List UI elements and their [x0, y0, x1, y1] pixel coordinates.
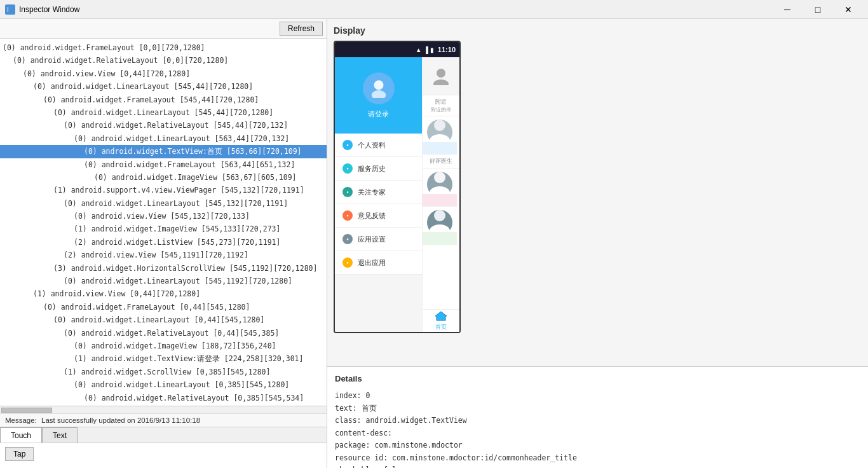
status-icons: ▲ ▐ ▮ 11:10 [416, 46, 456, 53]
tree-header: Refresh [0, 19, 327, 39]
tree-item[interactable]: (0) android.widget.LinearLayout [0,385][… [0, 378, 327, 391]
tree-item[interactable]: (0) android.view.View [545,132][720,133] [0, 210, 327, 223]
menu-item[interactable]: ●服务历史 [335, 157, 422, 181]
person-icon [369, 79, 388, 98]
svg-point-3 [371, 90, 386, 98]
right-panel: Display ▲ ▐ ▮ 11:10 [327, 19, 868, 468]
tree-item[interactable]: (0) android.widget.RelativeLayout [0,0][… [0, 54, 327, 67]
menu-icon: ● [342, 140, 353, 150]
tree-item[interactable]: (0) android.widget.LinearLayout [0,44][5… [0, 313, 327, 326]
menu-item-label: 关注专家 [358, 188, 386, 197]
horizontal-scrollbar[interactable] [0, 406, 327, 413]
svg-point-11 [434, 172, 445, 183]
details-title: Details [335, 372, 860, 386]
menu-items-container: ●个人资料●服务历史●关注专家●意见反馈●应用设置●退出应用 [335, 134, 422, 275]
display-section: Display ▲ ▐ ▮ 11:10 [327, 19, 868, 366]
h-scroll-thumb[interactable] [1, 408, 52, 413]
app-icon: I [5, 4, 15, 15]
tree-item[interactable]: (0) android.widget.RelativeLayout [545,4… [0, 119, 327, 132]
menu-icon: ● [342, 234, 353, 244]
details-section: Details index: 0text: 首页class: android.w… [327, 366, 868, 468]
refresh-button[interactable]: Refresh [280, 22, 323, 36]
menu-item-label: 服务历史 [358, 164, 386, 174]
text-tab[interactable]: Text [42, 427, 78, 443]
menu-item[interactable]: ●个人资料 [335, 134, 422, 157]
detail-key: class: [335, 416, 365, 425]
tree-item[interactable]: (0) android.widget.LinearLayout [545,44]… [0, 106, 327, 119]
details-fields: index: 0text: 首页class: android.widget.Te… [335, 390, 860, 468]
tap-area: Tap [0, 443, 327, 468]
tree-item[interactable]: (0) android.widget.LinearLayout [545,119… [0, 275, 327, 287]
phone-screen: ▲ ▐ ▮ 11:10 [334, 41, 461, 333]
menu-item[interactable]: ●意见反馈 [335, 204, 422, 228]
menu-item[interactable]: ●关注专家 [335, 181, 422, 204]
phone-content: 请登录 ●个人资料●服务历史●关注专家●意见反馈●应用设置●退出应用 [335, 57, 459, 332]
touch-tab[interactable]: Touch [0, 427, 42, 443]
doctor-thumbnail-3 [423, 207, 457, 245]
tree-item[interactable]: (0) android.widget.RelativeLayout [0,385… [0, 392, 327, 404]
battery-icon: ▮ [430, 46, 434, 53]
window-controls: ─ □ ✕ [773, 0, 863, 19]
home-label: 首页 [435, 323, 447, 331]
tree-item[interactable]: (1) android.support.v4.view.ViewPager [5… [0, 184, 327, 196]
doctor-thumbnail-1 [423, 116, 457, 155]
menu-icon: ● [342, 210, 353, 221]
menu-item[interactable]: ●应用设置 [335, 228, 422, 251]
detail-field: text: 首页 [335, 403, 860, 415]
tree-item[interactable]: (0) android.view.View [0,44][720,1280] [0, 67, 327, 80]
home-icon [435, 311, 447, 321]
tree-item[interactable]: (3) android.widget.HorizontalScrollView … [0, 262, 327, 275]
tree-item[interactable]: (0) android.widget.FrameLayout [563,44][… [0, 158, 327, 171]
tree-item[interactable]: (0) android.widget.ImageView [563,67][60… [0, 171, 327, 184]
tree-item[interactable]: (1) android.widget.TextView:请登录 [224,258… [0, 352, 327, 365]
detail-value: 0 [365, 391, 370, 400]
tree-item[interactable]: (0) android.widget.RelativeLayout [0,44]… [0, 327, 327, 340]
tree-item[interactable]: (0) android.widget.FrameLayout [0,44][54… [0, 301, 327, 313]
time-display: 11:10 [438, 46, 456, 53]
doctor-photo-3 [423, 207, 457, 245]
detail-key: index: [335, 391, 365, 400]
tree-item[interactable]: (0) android.widget.LinearLayout [545,44]… [0, 80, 327, 93]
sidebar-top [423, 57, 459, 95]
svg-point-7 [434, 120, 445, 131]
tree-item[interactable]: (0) android.widget.FrameLayout [0,0][720… [0, 41, 327, 54]
detail-field: index: 0 [335, 390, 860, 403]
tree-item[interactable]: (0) android.widget.FrameLayout [545,44][… [0, 93, 327, 106]
wifi-icon: ▲ [416, 46, 422, 53]
menu-item-label: 应用设置 [358, 235, 386, 244]
phone-status-bar: ▲ ▐ ▮ 11:10 [335, 42, 459, 57]
message-text: Last successfully updated on 2016/9/13 1… [41, 416, 200, 424]
tree-item[interactable]: (1) android.widget.ImageView [545,133][7… [0, 223, 327, 235]
tree-item[interactable]: (0) android.widget.LinearLayout [545,132… [0, 197, 327, 210]
good-doctor-label: 好评医生 [423, 155, 459, 169]
svg-rect-9 [423, 142, 457, 155]
menu-item-label: 意见反馈 [358, 211, 386, 221]
phone-container: ▲ ▐ ▮ 11:10 [334, 41, 862, 357]
minimize-button[interactable]: ─ [773, 0, 802, 19]
detail-key: checkable: [335, 465, 383, 468]
tree-item[interactable]: (1) android.widget.ScrollView [0,385][54… [0, 366, 327, 378]
message-label: Message: [5, 416, 37, 424]
menu-icon: ● [342, 163, 353, 174]
detail-field: package: com.minstone.mdoctor [335, 439, 860, 452]
tree-item[interactable]: (0) android.widget.LinearLayout [563,44]… [0, 132, 327, 145]
svg-point-5 [433, 79, 449, 85]
display-title: Display [334, 25, 862, 36]
login-text: 请登录 [368, 109, 389, 119]
bottom-nav: 首页 [423, 309, 459, 332]
detail-field: content-desc: [335, 427, 860, 440]
menu-item[interactable]: ●退出应用 [335, 251, 422, 275]
tree-item[interactable]: (0) android.widget.ImageView [188,72][35… [0, 340, 327, 352]
tree-item[interactable]: (1) android.view.View [0,44][720,1280] [0, 287, 327, 300]
tree-container[interactable]: (0) android.widget.FrameLayout [0,0][720… [0, 39, 327, 406]
tree-item[interactable]: (0) android.widget.TextView:首页 [563,66][… [0, 145, 327, 158]
side-menu: 请登录 ●个人资料●服务历史●关注专家●意见反馈●应用设置●退出应用 [335, 57, 422, 332]
close-button[interactable]: ✕ [834, 0, 863, 19]
maximize-button[interactable]: □ [803, 0, 832, 19]
svg-point-2 [374, 80, 383, 90]
tree-item[interactable]: (2) android.widget.ListView [545,273][72… [0, 236, 327, 249]
tap-button[interactable]: Tap [5, 447, 34, 461]
detail-key: text: [335, 404, 362, 413]
tree-item[interactable]: (2) android.view.View [545,1191][720,119… [0, 249, 327, 261]
detail-value: com.minstone.mdoctor [374, 441, 462, 450]
